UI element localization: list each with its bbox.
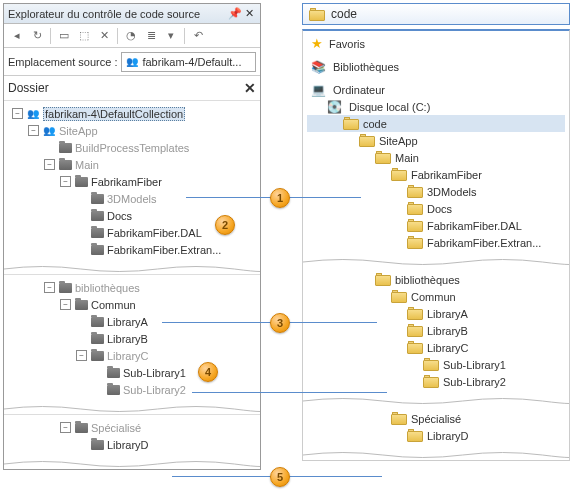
refresh-icon[interactable]: ↻	[28, 27, 46, 45]
workspace-icon: 👥	[42, 125, 56, 137]
expander-icon[interactable]: −	[28, 125, 39, 136]
expander-icon[interactable]: −	[60, 299, 71, 310]
connector-sub	[192, 392, 387, 393]
tree-row[interactable]: −👥fabrikam-4\DefaultCollection	[6, 105, 258, 122]
explorer-row[interactable]: ★Favoris	[307, 35, 565, 52]
source-location-row: Emplacement source : 👥 fabrikam-4/Defaul…	[4, 48, 260, 76]
node-label: FabrikamFiber	[411, 169, 482, 181]
tree-row[interactable]: 3DModels	[6, 190, 258, 207]
close-icon[interactable]: ✕	[242, 7, 256, 20]
folder-icon	[407, 324, 423, 337]
undo-icon[interactable]: ↶	[189, 27, 207, 45]
open-icon[interactable]: ▭	[55, 27, 73, 45]
folder-icon	[343, 117, 359, 130]
tree-row[interactable]: −LibraryC	[6, 347, 258, 364]
folder-icon	[407, 202, 423, 215]
folder-icon	[90, 350, 104, 362]
node-label: FabrikamFiber.DAL	[427, 220, 522, 232]
node-label: bibliothèques	[75, 282, 140, 294]
explorer-row[interactable]: Sub-Library2	[307, 373, 565, 390]
expander-icon[interactable]: −	[12, 108, 23, 119]
star-icon: ★	[311, 36, 323, 51]
explorer-row[interactable]: 💽Disque local (C:)	[307, 98, 565, 115]
tree-row[interactable]: LibraryD	[6, 436, 258, 453]
folder-icon	[90, 333, 104, 345]
folder-header-label: Dossier	[8, 81, 244, 95]
folder-icon	[375, 273, 391, 286]
source-location-input[interactable]: 👥 fabrikam-4/Default...	[121, 52, 256, 72]
explorer-section: ★Favoris📚Bibliothèques💻Ordinateur💽Disque…	[303, 31, 569, 257]
compare-icon[interactable]: ≣	[142, 27, 160, 45]
folder-icon	[74, 299, 88, 311]
source-control-explorer: Explorateur du contrôle de code source 📌…	[3, 3, 261, 470]
tree-section: −SpécialiséLibraryD	[4, 414, 260, 459]
explorer-row[interactable]: Spécialisé	[307, 410, 565, 427]
node-label: Disque local (C:)	[349, 101, 430, 113]
folder-icon	[58, 282, 72, 294]
folder-icon	[58, 142, 72, 154]
close-folder-icon[interactable]: ✕	[244, 80, 256, 96]
tree-row[interactable]: −bibliothèques	[6, 279, 258, 296]
explorer-row[interactable]: FabrikamFiber.DAL	[307, 217, 565, 234]
workspace-icon: 👥	[126, 56, 138, 67]
node-label: FabrikamFiber	[91, 176, 162, 188]
tree-row[interactable]: −Commun	[6, 296, 258, 313]
explorer-row[interactable]: code	[307, 115, 565, 132]
explorer-row[interactable]: Sub-Library1	[307, 356, 565, 373]
pin-icon[interactable]: 📌	[228, 7, 242, 20]
back-icon[interactable]: ◂	[8, 27, 26, 45]
node-label: LibraryD	[427, 430, 469, 442]
folder-icon	[359, 134, 375, 147]
explorer-row[interactable]: Commun	[307, 288, 565, 305]
explorer-tree: ★Favoris📚Bibliothèques💻Ordinateur💽Disque…	[302, 29, 570, 461]
tree-row[interactable]: −👥SiteApp	[6, 122, 258, 139]
add-icon[interactable]: ⬚	[75, 27, 93, 45]
explorer-row[interactable]: FabrikamFiber.Extran...	[307, 234, 565, 251]
expander-icon[interactable]: −	[76, 350, 87, 361]
explorer-row[interactable]: LibraryA	[307, 305, 565, 322]
explorer-row[interactable]: Docs	[307, 200, 565, 217]
explorer-row[interactable]: LibraryD	[307, 427, 565, 444]
node-label: FabrikamFiber.Extran...	[107, 244, 221, 256]
tree-row[interactable]: Sub-Library2	[6, 381, 258, 398]
folder-icon	[407, 236, 423, 249]
tree-row[interactable]: −Main	[6, 156, 258, 173]
explorer-row[interactable]: Main	[307, 149, 565, 166]
tree-row[interactable]: LibraryB	[6, 330, 258, 347]
tree-section: −bibliothèques−CommunLibraryALibraryB−Li…	[4, 274, 260, 404]
tree-row[interactable]: FabrikamFiber.Extran...	[6, 241, 258, 258]
node-label: fabrikam-4\DefaultCollection	[43, 107, 185, 121]
folder-icon	[90, 227, 104, 239]
tree-row[interactable]: BuildProcessTemplates	[6, 139, 258, 156]
expander-icon[interactable]: −	[44, 282, 55, 293]
explorer-row[interactable]: LibraryB	[307, 322, 565, 339]
expander-icon[interactable]: −	[60, 176, 71, 187]
clock-icon[interactable]: ◔	[122, 27, 140, 45]
expander-icon[interactable]: −	[44, 159, 55, 170]
node-label: LibraryB	[427, 325, 468, 337]
toolbar: ◂ ↻ ▭ ⬚ ✕ ◔ ≣ ▾ ↶	[4, 24, 260, 48]
callout-4: 4	[198, 362, 218, 382]
tree-row[interactable]: −FabrikamFiber	[6, 173, 258, 190]
source-location-label: Emplacement source :	[8, 56, 117, 68]
tree-row[interactable]: −Spécialisé	[6, 419, 258, 436]
folder-header: Dossier ✕	[4, 76, 260, 100]
filter-icon[interactable]: ▾	[162, 27, 180, 45]
explorer-row[interactable]: SiteApp	[307, 132, 565, 149]
node-label: SiteApp	[59, 125, 98, 137]
explorer-title: code	[331, 7, 357, 21]
delete-icon[interactable]: ✕	[95, 27, 113, 45]
node-label: Sub-Library1	[443, 359, 506, 371]
expander-icon[interactable]: −	[60, 422, 71, 433]
node-label: LibraryA	[427, 308, 468, 320]
node-label: LibraryD	[107, 439, 149, 451]
explorer-row[interactable]: LibraryC	[307, 339, 565, 356]
node-label: Docs	[427, 203, 452, 215]
explorer-row[interactable]: FabrikamFiber	[307, 166, 565, 183]
folder-icon	[90, 210, 104, 222]
folder-icon	[391, 290, 407, 303]
explorer-row[interactable]: 📚Bibliothèques	[307, 58, 565, 75]
explorer-row[interactable]: 💻Ordinateur	[307, 81, 565, 98]
explorer-row[interactable]: bibliothèques	[307, 271, 565, 288]
tree-row[interactable]: Sub-Library1	[6, 364, 258, 381]
